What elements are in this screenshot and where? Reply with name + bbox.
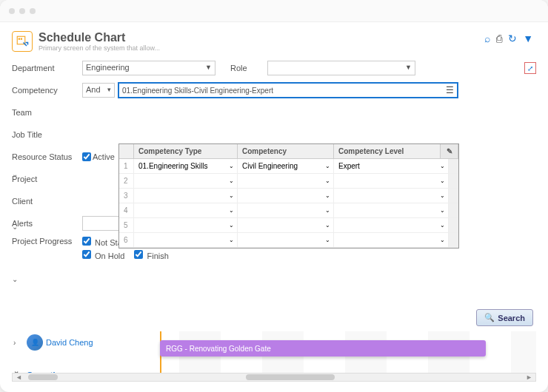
scroll-thumb[interactable]	[28, 374, 58, 380]
type-cell[interactable]: 01.Engineering Skills⌄	[134, 159, 238, 173]
competency-row: 4⌄⌄⌄	[119, 203, 458, 218]
chevron-down-icon: ▼	[205, 64, 212, 71]
print-icon[interactable]: ⎙	[496, 33, 502, 44]
chevron-down-icon: ⌄	[325, 207, 330, 214]
chevron-down-icon: ⌄	[325, 237, 330, 243]
type-cell[interactable]: ⌄	[134, 174, 238, 188]
role-select[interactable]: ▼	[267, 61, 415, 75]
schedule-chart-icon	[12, 31, 33, 52]
on-hold-checkbox[interactable]	[82, 250, 91, 259]
horizontal-scrollbar[interactable]: ◄ ►	[12, 373, 536, 382]
svg-rect-1	[19, 38, 20, 40]
collapse-chevron[interactable]: ⌄	[12, 170, 22, 178]
popup-scroll[interactable]	[449, 159, 458, 173]
search-button[interactable]: 🔍 Search	[476, 309, 533, 326]
competency-row: 5⌄⌄⌄	[119, 218, 458, 233]
comp-cell[interactable]: ⌄	[238, 233, 334, 247]
alerts-label: Alerts	[12, 219, 82, 228]
comp-cell[interactable]: ⌄	[238, 218, 334, 232]
page-title: Schedule Chart	[39, 31, 160, 44]
client-label: Client	[12, 197, 82, 206]
chevron-down-icon: ▼	[405, 64, 412, 71]
page-subtitle: Primary screen of the system that allow.…	[39, 44, 160, 52]
comp-cell[interactable]: ⌄	[238, 174, 334, 188]
chevron-down-icon: ⌄	[229, 237, 234, 243]
scroll-thumb[interactable]	[246, 374, 335, 380]
chevron-right-icon[interactable]: ›	[13, 339, 22, 347]
expand-icon[interactable]: ⤢	[524, 62, 536, 74]
level-cell[interactable]: ⌄	[334, 189, 449, 203]
not-started-checkbox[interactable]	[82, 237, 91, 246]
resource-row[interactable]: › 👤 David Cheng	[12, 331, 138, 354]
chevron-down-icon: ▾	[107, 86, 111, 93]
popup-scroll[interactable]	[449, 233, 458, 247]
active-checkbox[interactable]	[82, 152, 91, 161]
level-cell[interactable]: ⌄	[334, 174, 449, 188]
gantt-bar[interactable]: RGG - Renovating Golden Gate	[160, 340, 486, 356]
comp-cell[interactable]: Civil Engineering⌄	[238, 159, 334, 173]
competency-row: 6⌄⌄⌄	[119, 233, 458, 248]
resource-status-label: Resource Status	[12, 152, 82, 161]
refresh-icon[interactable]: ↻	[508, 33, 517, 44]
level-cell[interactable]: ⌄	[334, 218, 449, 232]
type-cell[interactable]: ⌄	[134, 218, 238, 232]
col-type-header: Competency Type	[134, 144, 238, 158]
chevron-down-icon: ⌄	[325, 163, 330, 169]
finish-checkbox[interactable]	[134, 250, 143, 259]
chevron-down-icon: ⌄	[229, 192, 234, 199]
row-number: 6	[119, 233, 134, 247]
row-number: 2	[119, 174, 134, 188]
competency-input[interactable]: 01.Engineering Skills-Civil Engineering-…	[118, 82, 458, 98]
competency-row: 2⌄⌄⌄	[119, 174, 458, 189]
chevron-down-icon: ⌄	[440, 207, 445, 214]
filter-icon[interactable]: ▼	[523, 33, 533, 44]
chevron-down-icon: ⌄	[440, 163, 445, 169]
active-label: Active	[93, 152, 115, 161]
competency-row: 3⌄⌄⌄	[119, 189, 458, 203]
popup-scroll[interactable]	[449, 174, 458, 188]
popup-scroll[interactable]	[449, 203, 458, 217]
chevron-down-icon: ⌄	[229, 163, 234, 169]
chevron-down-icon: ⌄	[325, 178, 330, 184]
role-label: Role	[230, 64, 267, 72]
popup-scroll[interactable]	[449, 218, 458, 232]
search-icon: 🔍	[484, 313, 495, 322]
window-dot	[9, 8, 15, 14]
chevron-down-icon: ⌄	[229, 222, 234, 229]
chevron-down-icon: ⌄	[229, 178, 234, 184]
comp-cell[interactable]: ⌄	[238, 189, 334, 203]
clear-icon[interactable]: ✎	[441, 144, 458, 158]
chevron-down-icon: ⌄	[440, 222, 445, 229]
team-label: Team	[12, 108, 82, 117]
type-cell[interactable]: ⌄	[134, 233, 238, 247]
chevron-down-icon: ⌄	[325, 222, 330, 229]
department-select[interactable]: Engineering ▼	[82, 61, 215, 75]
jobtitle-label: Job Title	[12, 130, 82, 139]
comp-cell[interactable]: ⌄	[238, 203, 334, 217]
preview-icon[interactable]: ⌕	[484, 33, 490, 44]
competency-logic-select[interactable]: And ▾	[82, 83, 115, 98]
competency-row: 101.Engineering Skills⌄Civil Engineering…	[119, 159, 458, 174]
menu-icon[interactable]: ☰	[446, 85, 454, 95]
window-dot	[19, 8, 25, 14]
chevron-down-icon: ⌄	[440, 178, 445, 184]
window-dot	[30, 8, 36, 14]
level-cell[interactable]: ⌄	[334, 203, 449, 217]
svg-rect-2	[21, 38, 22, 40]
row-number: 5	[119, 218, 134, 232]
chevron-down-icon: ⌄	[440, 237, 445, 243]
competency-label: Competency	[12, 86, 82, 95]
collapse-chevron[interactable]: ⌄	[12, 223, 22, 231]
type-cell[interactable]: ⌄	[134, 189, 238, 203]
type-cell[interactable]: ⌄	[134, 203, 238, 217]
level-cell[interactable]: Expert⌄	[334, 159, 449, 173]
chevron-down-icon: ⌄	[325, 192, 330, 199]
scroll-left-icon[interactable]: ◄	[13, 374, 25, 381]
level-cell[interactable]: ⌄	[334, 233, 449, 247]
scroll-right-icon[interactable]: ►	[523, 374, 535, 381]
collapse-chevron[interactable]: ⌄	[12, 275, 22, 283]
popup-scroll[interactable]	[449, 189, 458, 203]
progress-label: Project Progress	[12, 237, 82, 246]
chevron-down-icon: ⌄	[229, 207, 234, 214]
row-number: 1	[119, 159, 134, 173]
